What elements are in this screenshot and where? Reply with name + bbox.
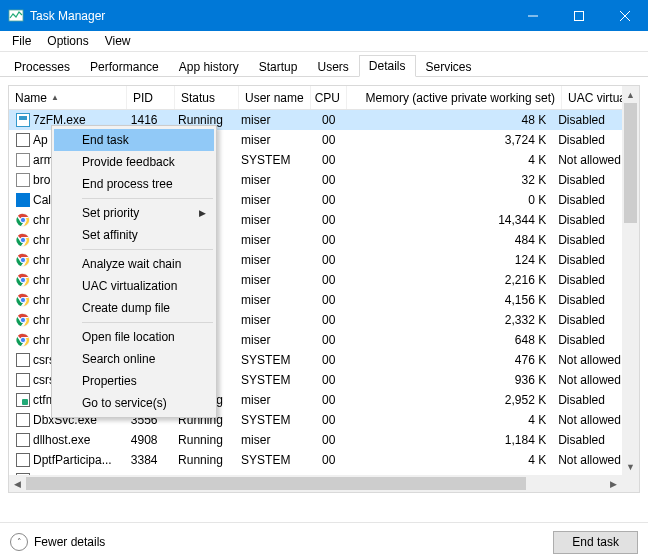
process-pid: 4908 (125, 433, 172, 447)
col-header-name[interactable]: Name▲ (9, 86, 127, 109)
process-uac: Not allowed (552, 453, 622, 467)
horizontal-scrollbar[interactable]: ◀ ▶ (9, 475, 639, 492)
app-generic-icon (15, 152, 31, 168)
scroll-down-icon[interactable]: ▼ (622, 458, 639, 475)
process-uac: Disabled (552, 313, 622, 327)
col-header-cpu[interactable]: CPU (311, 86, 347, 109)
tab-startup[interactable]: Startup (249, 56, 308, 77)
app-generic-icon (15, 432, 31, 448)
process-memory: 476 K (341, 353, 552, 367)
maximize-button[interactable] (556, 0, 602, 31)
menu-view[interactable]: View (99, 33, 137, 49)
app-generic-icon (15, 352, 31, 368)
cm-set-priority[interactable]: Set priority▶ (54, 202, 214, 224)
end-task-button[interactable]: End task (553, 531, 638, 554)
cm-end-task[interactable]: End task (54, 129, 214, 151)
titlebar: Task Manager (0, 0, 648, 31)
table-row[interactable]: dllhost.exe4908Runningmiser001,184 KDisa… (9, 430, 622, 450)
process-name: chr (33, 333, 50, 347)
process-cpu: 00 (306, 193, 342, 207)
process-cpu: 00 (306, 313, 342, 327)
process-user: miser (235, 193, 306, 207)
cm-go-to-services[interactable]: Go to service(s) (54, 392, 214, 414)
process-status: Running (172, 453, 235, 467)
process-name: Cal (33, 193, 51, 207)
process-name: DptfParticipa... (33, 453, 112, 467)
vertical-scrollbar[interactable]: ▲ ▼ (622, 86, 639, 475)
minimize-button[interactable] (510, 0, 556, 31)
chevron-up-icon: ˄ (10, 533, 28, 551)
process-memory: 14,344 K (341, 213, 552, 227)
cm-set-affinity[interactable]: Set affinity (54, 224, 214, 246)
col-header-user[interactable]: User name (239, 86, 311, 109)
process-memory: 4 K (341, 413, 552, 427)
calculator-icon (15, 192, 31, 208)
process-memory: 3,724 K (341, 133, 552, 147)
process-uac: Not allowed (552, 353, 622, 367)
process-cpu: 00 (306, 273, 342, 287)
cm-open-file-location[interactable]: Open file location (54, 326, 214, 348)
window-title: Task Manager (30, 9, 510, 23)
close-button[interactable] (602, 0, 648, 31)
process-cpu: 00 (306, 213, 342, 227)
table-row[interactable]: DptfParticipa...3384RunningSYSTEM004 KNo… (9, 450, 622, 470)
process-memory: 1,184 K (341, 433, 552, 447)
col-header-pid[interactable]: PID (127, 86, 175, 109)
scroll-left-icon[interactable]: ◀ (9, 475, 26, 492)
tab-processes[interactable]: Processes (4, 56, 80, 77)
col-header-memory[interactable]: Memory (active private working set) (347, 86, 562, 109)
tab-app-history[interactable]: App history (169, 56, 249, 77)
app-generic-icon (15, 372, 31, 388)
process-memory: 2,952 K (341, 393, 552, 407)
process-uac: Disabled (552, 253, 622, 267)
tab-performance[interactable]: Performance (80, 56, 169, 77)
tab-details[interactable]: Details (359, 55, 416, 77)
tab-services[interactable]: Services (416, 56, 482, 77)
process-cpu: 00 (306, 133, 342, 147)
process-uac: Disabled (552, 393, 622, 407)
scroll-up-icon[interactable]: ▲ (622, 86, 639, 103)
process-uac: Disabled (552, 273, 622, 287)
process-cpu: 00 (306, 333, 342, 347)
scroll-thumb-v[interactable] (624, 103, 637, 223)
process-name: chr (33, 213, 50, 227)
process-uac: Disabled (552, 193, 622, 207)
cm-properties[interactable]: Properties (54, 370, 214, 392)
chrome-icon (15, 232, 31, 248)
process-uac: Disabled (552, 433, 622, 447)
scroll-right-icon[interactable]: ▶ (605, 475, 622, 492)
process-user: miser (235, 293, 306, 307)
cm-provide-feedback[interactable]: Provide feedback (54, 151, 214, 173)
process-name: chr (33, 233, 50, 247)
cm-create-dump-file[interactable]: Create dump file (54, 297, 214, 319)
process-memory: 4 K (341, 453, 552, 467)
process-uac: Not allowed (552, 153, 622, 167)
fewer-details-button[interactable]: ˄ Fewer details (10, 533, 105, 551)
menu-options[interactable]: Options (41, 33, 94, 49)
menu-file[interactable]: File (6, 33, 37, 49)
7z-icon (15, 112, 31, 128)
process-user: SYSTEM (235, 373, 306, 387)
col-header-status[interactable]: Status (175, 86, 239, 109)
process-name: chr (33, 253, 50, 267)
process-memory: 2,216 K (341, 273, 552, 287)
process-user: miser (235, 433, 306, 447)
tab-users[interactable]: Users (307, 56, 358, 77)
cm-search-online[interactable]: Search online (54, 348, 214, 370)
cm-analyze-wait-chain[interactable]: Analyze wait chain (54, 253, 214, 275)
process-uac: Disabled (552, 233, 622, 247)
scroll-thumb-h[interactable] (26, 477, 526, 490)
process-memory: 4 K (341, 153, 552, 167)
process-cpu: 00 (306, 173, 342, 187)
process-pid: 3384 (125, 453, 172, 467)
process-uac: Disabled (552, 173, 622, 187)
process-uac: Disabled (552, 333, 622, 347)
menubar: File Options View (0, 31, 648, 52)
cm-uac-virtualization[interactable]: UAC virtualization (54, 275, 214, 297)
cm-end-process-tree[interactable]: End process tree (54, 173, 214, 195)
process-memory: 0 K (341, 193, 552, 207)
process-user: miser (235, 133, 306, 147)
chrome-icon (15, 252, 31, 268)
chrome-icon (15, 212, 31, 228)
process-user: SYSTEM (235, 353, 306, 367)
